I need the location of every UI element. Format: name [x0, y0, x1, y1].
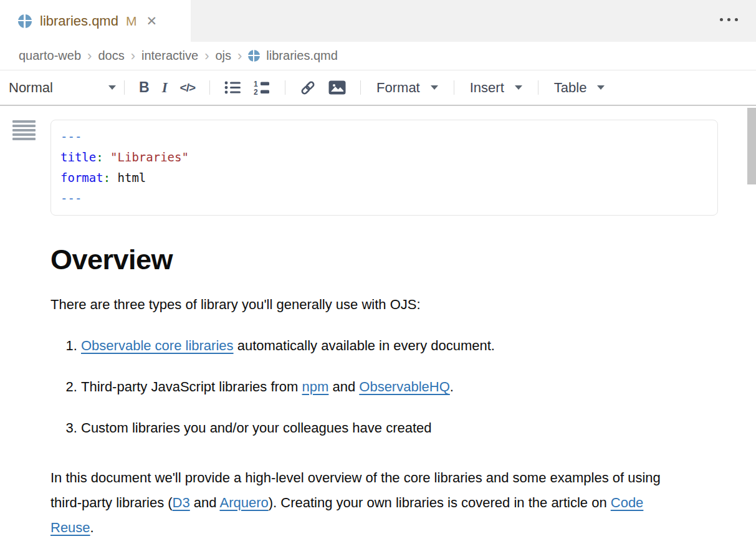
insert-menu[interactable]: Insert	[470, 80, 522, 96]
formatting-toolbar: Normal B I </> 1 2	[0, 70, 756, 106]
text-run: and	[328, 379, 359, 394]
yaml-key: title	[60, 150, 96, 164]
code-button[interactable]: </>	[180, 81, 195, 95]
breadcrumb-item-interactive[interactable]: interactive	[141, 49, 198, 63]
breadcrumb-item-quarto-web[interactable]: quarto-web	[19, 49, 81, 63]
yaml-plain	[103, 150, 110, 164]
text-link[interactable]: Observable core libraries	[81, 338, 234, 353]
yaml-plain: html	[118, 171, 146, 184]
list-item: Third-party JavaScript libraries from np…	[81, 375, 719, 399]
chevron-down-icon	[108, 85, 116, 90]
paragraph-style-value: Normal	[9, 80, 53, 96]
yaml-string: "Libraries"	[110, 150, 189, 164]
chevron-right-icon: ›	[131, 48, 135, 64]
image-icon	[328, 80, 346, 95]
tab-libraries-qmd[interactable]: libraries.qmd M ✕	[0, 0, 191, 42]
section-heading: Overview	[50, 246, 719, 274]
yaml-delim: ---	[60, 191, 82, 205]
yaml-line: title: "Libraries"	[60, 147, 708, 168]
bullet-list-button[interactable]	[224, 80, 241, 95]
breadcrumb: quarto-web › docs › interactive › ojs › …	[0, 42, 756, 70]
numbered-list-icon: 1 2	[254, 80, 270, 95]
quarto-file-icon	[18, 14, 32, 28]
yaml-key: format	[60, 171, 103, 184]
text-run: ). Creating your own libraries is covere…	[269, 495, 611, 510]
toolbar-divider	[285, 80, 285, 95]
breadcrumb-item-docs[interactable]: docs	[98, 49, 124, 63]
text-run: and	[190, 495, 220, 510]
yaml-line: format: html	[60, 168, 708, 188]
chevron-down-icon	[515, 85, 522, 90]
chevron-down-icon	[597, 85, 605, 90]
yaml-front-matter-block[interactable]: --- title: "Libraries" format: html ---	[50, 120, 718, 216]
text-link[interactable]: Arquero	[219, 495, 268, 510]
format-menu[interactable]: Format	[376, 80, 438, 96]
breadcrumb-item-ojs[interactable]: ojs	[215, 49, 231, 63]
intro-paragraph: There are three types of library you'll …	[50, 297, 719, 313]
svg-text:2: 2	[254, 88, 258, 95]
ellipsis-icon	[720, 18, 723, 21]
italic-button[interactable]: I	[162, 80, 168, 96]
text-link[interactable]: D3	[173, 495, 190, 510]
editor-content[interactable]: --- title: "Libraries" format: html --- …	[0, 106, 756, 540]
yaml-line: ---	[60, 127, 708, 147]
list-item: Observable core libraries automatically …	[81, 333, 719, 358]
link-icon	[300, 80, 316, 96]
format-menu-label: Format	[376, 80, 420, 96]
tab-title: libraries.qmd	[40, 13, 118, 29]
table-menu-label: Table	[554, 80, 587, 96]
close-icon[interactable]: ✕	[146, 14, 157, 29]
toolbar-divider	[538, 80, 538, 95]
chevron-down-icon	[431, 85, 438, 90]
insert-menu-label: Insert	[470, 80, 504, 96]
list-item: Custom libraries you and/or your colleag…	[81, 416, 719, 441]
breadcrumb-item-file[interactable]: libraries.qmd	[248, 49, 337, 63]
bullet-list-icon	[224, 80, 241, 95]
toolbar-divider	[124, 80, 125, 95]
text-run: Third-party JavaScript libraries from	[81, 379, 302, 394]
more-actions-button[interactable]	[720, 18, 738, 21]
table-menu[interactable]: Table	[554, 80, 605, 96]
insert-link-button[interactable]	[300, 80, 316, 96]
quarto-file-icon	[248, 50, 260, 62]
yaml-plain	[110, 171, 117, 184]
numbered-list-button[interactable]: 1 2	[254, 80, 270, 95]
ellipsis-icon	[727, 18, 730, 21]
text-run: .	[450, 379, 454, 394]
toolbar-divider	[360, 80, 361, 95]
ellipsis-icon	[735, 18, 738, 21]
modified-badge: M	[126, 14, 137, 29]
bold-button[interactable]: B	[139, 79, 150, 96]
text-run: automatically available in every documen…	[234, 338, 495, 353]
toolbar-divider	[454, 80, 454, 95]
closing-paragraph: In this document we'll provide a high-le…	[50, 466, 680, 540]
yaml-line: ---	[60, 188, 708, 209]
block-drag-handle-icon[interactable]	[12, 120, 36, 142]
insert-image-button[interactable]	[328, 80, 346, 95]
library-types-list: Observable core libraries automatically …	[50, 333, 719, 441]
toolbar-divider	[209, 80, 210, 95]
yaml-delim: ---	[60, 130, 82, 143]
text-run: .	[90, 520, 94, 535]
yaml-colon: :	[103, 171, 110, 184]
paragraph-style-select[interactable]: Normal	[9, 80, 116, 96]
chevron-right-icon: ›	[237, 48, 242, 64]
vertical-scrollbar[interactable]	[747, 108, 756, 184]
text-link[interactable]: ObservableHQ	[359, 379, 450, 394]
tab-bar: libraries.qmd M ✕	[0, 0, 756, 42]
text-run: Custom libraries you and/or your colleag…	[81, 420, 432, 436]
chevron-right-icon: ›	[204, 48, 209, 64]
yaml-colon: :	[96, 150, 103, 164]
breadcrumb-file-label: libraries.qmd	[266, 49, 337, 63]
text-link[interactable]: npm	[302, 379, 329, 394]
chevron-right-icon: ›	[87, 48, 92, 64]
